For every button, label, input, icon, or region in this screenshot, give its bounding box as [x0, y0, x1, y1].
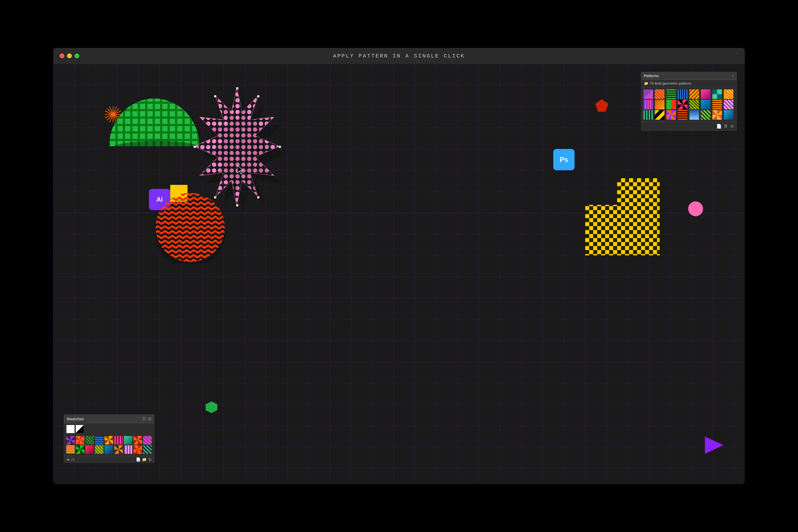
swatches-bw-items	[66, 425, 152, 433]
swatch-item[interactable]	[95, 436, 103, 444]
pattern-swatch[interactable]	[712, 89, 722, 99]
patterns-settings-icon[interactable]: ⚙	[730, 124, 734, 129]
svg-rect-20	[257, 196, 259, 198]
pattern-swatch[interactable]	[678, 89, 687, 99]
pattern-swatch[interactable]	[678, 100, 687, 109]
svg-rect-17	[236, 204, 238, 206]
swatches-grid-view-icon[interactable]: ⊞	[148, 416, 151, 421]
swatch-item[interactable]	[95, 445, 103, 454]
patterns-panel-title: Patterns	[644, 74, 659, 78]
svg-marker-35	[206, 401, 217, 413]
pattern-swatch[interactable]	[643, 100, 653, 109]
swatch-item[interactable]	[104, 436, 113, 444]
ps-badge: Ps	[553, 149, 574, 170]
cursor	[237, 165, 245, 175]
pattern-swatches-grid	[641, 87, 737, 122]
swatches-new-icon[interactable]: 📄	[136, 457, 140, 461]
pattern-swatch[interactable]	[689, 89, 699, 99]
green-hexagon-shape	[205, 401, 218, 415]
red-circle-shape	[154, 191, 226, 264]
swatches-folder-icon[interactable]: 📁	[142, 457, 147, 461]
svg-rect-16	[279, 146, 281, 148]
window-title: APPLY PATTERN IN A SINGLE CLICK	[333, 53, 465, 59]
canvas-area: Ps Ai	[53, 64, 745, 484]
pattern-swatch[interactable]	[689, 110, 699, 120]
yellow-l-shape	[585, 178, 670, 259]
swatch-item[interactable]	[86, 436, 94, 444]
swatch-item[interactable]	[124, 436, 132, 444]
swatch-item[interactable]	[104, 445, 113, 454]
swatch-item[interactable]	[86, 445, 94, 454]
patterns-new-icon[interactable]: 📄	[716, 124, 722, 129]
swatch-item[interactable]	[76, 436, 84, 444]
swatches-page-count: 25	[71, 457, 75, 461]
swatch-item[interactable]	[143, 436, 152, 444]
pattern-swatch[interactable]	[724, 110, 733, 120]
svg-marker-37	[705, 437, 723, 454]
swatches-bw-row	[64, 423, 154, 434]
patterns-panel-header: Patterns ×	[641, 72, 737, 80]
pattern-swatch[interactable]	[712, 100, 722, 109]
pattern-swatch[interactable]	[655, 89, 664, 99]
swatches-list-view-icon[interactable]: ☰	[142, 416, 146, 421]
swatches-panel: Swatches ☰ ⊞	[64, 414, 154, 463]
pattern-swatch[interactable]	[724, 89, 733, 99]
patterns-panel-footer: 📄 🗑 ⚙	[641, 122, 737, 130]
swatch-item[interactable]	[124, 445, 132, 454]
pattern-swatch[interactable]	[666, 110, 676, 120]
swatch-item[interactable]	[76, 445, 84, 454]
svg-rect-21	[214, 95, 216, 97]
purple-triangle-right-shape	[705, 437, 723, 455]
red-pentagon-shape	[594, 98, 609, 114]
swatch-item[interactable]	[66, 445, 75, 454]
svg-rect-18	[194, 146, 196, 148]
pattern-swatch[interactable]	[701, 89, 710, 99]
pink-circle-shape	[688, 201, 704, 218]
svg-rect-32	[617, 178, 660, 205]
swatch-item[interactable]	[114, 445, 123, 454]
swatch-item[interactable]	[114, 436, 123, 444]
svg-point-34	[688, 201, 703, 216]
ps-label: Ps	[560, 156, 568, 164]
patterns-panel-subheader: 📁 70 Bold geometric patterns	[641, 80, 737, 87]
swatches-toolbar: ◀ 25 📄 📁 🗑	[64, 456, 154, 462]
pattern-swatch[interactable]	[643, 89, 653, 99]
patterns-delete-icon[interactable]: 🗑	[724, 124, 728, 129]
swatch-item[interactable]	[66, 436, 75, 444]
svg-rect-15	[236, 87, 238, 89]
pattern-swatch[interactable]	[666, 100, 676, 109]
minimize-button[interactable]	[67, 54, 72, 58]
pattern-swatch[interactable]	[724, 100, 733, 109]
swatch-item[interactable]	[134, 445, 142, 454]
patterns-panel: Patterns × 📁 70 Bold geometric patterns	[641, 72, 737, 131]
swatches-panel-header: Swatches ☰ ⊞	[64, 415, 154, 423]
maximize-button[interactable]	[75, 54, 79, 58]
pattern-swatch[interactable]	[701, 100, 710, 109]
pattern-swatch[interactable]	[689, 100, 699, 109]
swatches-panel-title: Swatches	[67, 417, 84, 421]
app-window: APPLY PATTERN IN A SINGLE CLICK	[53, 48, 745, 484]
traffic-lights	[60, 54, 79, 58]
swatch-item[interactable]	[134, 436, 142, 444]
patterns-panel-close[interactable]: ×	[732, 74, 734, 78]
pattern-swatch[interactable]	[678, 110, 687, 120]
swatches-header-controls: ☰ ⊞	[142, 416, 151, 421]
titlebar: APPLY PATTERN IN A SINGLE CLICK	[53, 48, 745, 64]
swatches-back-icon[interactable]: ◀	[66, 457, 69, 461]
folder-icon: 📁	[644, 81, 648, 86]
pattern-swatch[interactable]	[643, 110, 653, 120]
pattern-swatch[interactable]	[701, 110, 710, 120]
pattern-swatch[interactable]	[666, 89, 676, 99]
swatch-none[interactable]	[76, 425, 84, 433]
swatch-item[interactable]	[143, 445, 152, 454]
close-button[interactable]	[60, 54, 64, 58]
svg-point-28	[156, 193, 225, 262]
pattern-swatch[interactable]	[655, 100, 664, 109]
svg-rect-19	[257, 95, 259, 97]
swatch-white[interactable]	[66, 425, 75, 433]
swatches-grid	[64, 434, 154, 456]
pattern-swatch[interactable]	[655, 110, 664, 120]
swatches-delete-icon[interactable]: 🗑	[148, 457, 152, 461]
patterns-folder-label: 70 Bold geometric patterns	[650, 81, 691, 86]
pattern-swatch[interactable]	[712, 110, 722, 120]
